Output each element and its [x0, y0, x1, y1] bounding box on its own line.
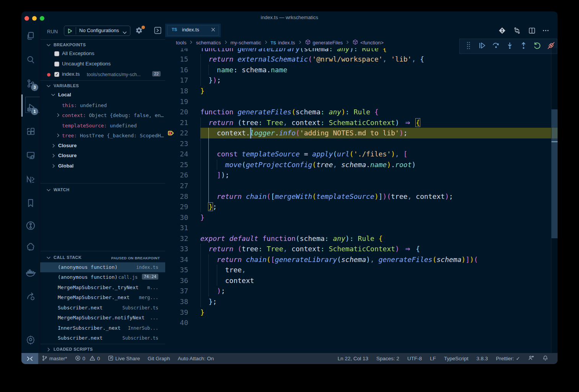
line-number[interactable]: 32 — [165, 233, 188, 244]
activity-bar-item-run-and-debug[interactable]: 1 — [21, 98, 40, 117]
code-line-38[interactable]: }; — [200, 296, 217, 307]
paused-breakpoint-gutter-icon[interactable] — [168, 130, 174, 138]
variables-scope-row[interactable]: Closure — [40, 151, 165, 161]
more-actions-icon[interactable] — [542, 27, 550, 36]
activity-bar-item-bookmarks[interactable] — [21, 194, 40, 212]
compare-changes-icon[interactable] — [513, 27, 521, 36]
code-line-25[interactable]: move(getProjectConfig(tree, schema.name)… — [200, 159, 416, 170]
code-line-30[interactable]: } — [200, 212, 205, 223]
activity-bar-item-todo-tree[interactable] — [21, 238, 40, 256]
breakpoints-section-header[interactable]: BREAKPOINTS — [40, 41, 165, 49]
code-line-32[interactable]: export default function(schema: any): Ru… — [200, 233, 383, 244]
activity-bar-item-nx-console[interactable] — [21, 170, 40, 189]
line-number[interactable]: 25 — [165, 159, 188, 170]
status-notifications[interactable] — [542, 355, 548, 362]
call-stack-frame[interactable]: (anonymous function)index.ts — [40, 262, 165, 273]
status-prettier[interactable]: Prettier:✓ — [496, 356, 520, 361]
status-branch[interactable]: master* — [42, 355, 67, 362]
code-line-28[interactable]: return chain([mergeWith(templateSource)]… — [200, 191, 453, 202]
variables-section-header[interactable]: VARIABLES — [40, 82, 165, 90]
code-line-18[interactable]: } — [200, 86, 205, 96]
line-number[interactable]: 19 — [165, 96, 188, 107]
line-number[interactable]: 37 — [165, 286, 188, 296]
line-number[interactable]: 20 — [165, 107, 188, 117]
activity-bar-item-source-control[interactable]: 3 — [21, 74, 40, 93]
activity-bar-item-gitlens[interactable] — [21, 216, 40, 235]
variables-scope-row[interactable]: Local — [40, 90, 165, 101]
variable-row[interactable]: templateSource: undefined — [40, 121, 165, 131]
code-line-36[interactable]: context — [200, 275, 254, 286]
breadcrumb-item-myschematic[interactable]: my-schematic — [231, 40, 261, 46]
code-line-24[interactable]: const templateSource = apply(url('./file… — [200, 149, 408, 159]
code-line-22[interactable]: context.logger.info('adding NOTES.md to … — [200, 128, 408, 138]
launch-configuration-dropdown[interactable]: No Configurations — [64, 26, 130, 36]
code-line-16[interactable]: name: schema.name — [200, 65, 288, 75]
open-debug-console-icon[interactable] — [154, 26, 162, 36]
code-line-20[interactable]: function generateFiles(schema: any): Rul… — [200, 107, 379, 117]
call-stack-frame[interactable]: (anonymous function)call.js74:24 — [40, 272, 165, 283]
code-editor[interactable]: 14function generateLibrary(schema: any):… — [165, 48, 558, 353]
call-stack-frame[interactable]: MergeMapSubscriber._tryNextm... — [40, 283, 165, 293]
line-number[interactable]: 14 — [165, 48, 188, 54]
split-editor-icon[interactable] — [528, 27, 536, 36]
breadcrumb-item-indexts[interactable]: TSindex.ts — [271, 40, 295, 46]
call-stack-frame[interactable]: MergeMapSubscriber._nextmerg... — [40, 293, 165, 303]
line-number[interactable]: 15 — [165, 54, 188, 65]
breadcrumb-item-function[interactable]: <function> — [352, 39, 384, 46]
status-feedback[interactable] — [528, 355, 534, 362]
status-encoding[interactable]: UTF-8 — [407, 356, 422, 361]
variable-row[interactable]: this: undefined — [40, 101, 165, 111]
activity-bar-item-live-share[interactable] — [21, 287, 40, 306]
activity-bar-item-remote-explorer[interactable] — [21, 146, 40, 164]
loaded-scripts-section-header[interactable]: LOADED SCRIPTS — [40, 345, 165, 354]
call-stack-frame[interactable]: InnerSubscriber._nextInnerSub... — [40, 323, 165, 333]
activity-bar-item-explorer[interactable] — [21, 27, 40, 45]
status-live-share[interactable]: Live Share — [108, 355, 140, 362]
breakpoint-row[interactable]: index.tstools/schematics/my-sch...22 — [40, 70, 165, 80]
code-line-33[interactable]: return (tree: Tree, context: SchematicCo… — [200, 244, 420, 254]
breadcrumb-item-generatefiles[interactable]: generateFiles — [305, 39, 343, 46]
line-number[interactable]: 31 — [165, 223, 188, 233]
status-git-graph[interactable]: Git Graph — [148, 356, 170, 361]
line-number[interactable]: 16 — [165, 65, 188, 75]
activity-bar-item-extensions[interactable] — [21, 122, 40, 141]
code-line-29[interactable]: }; — [200, 202, 217, 212]
variables-scope-row[interactable]: Global — [40, 161, 165, 172]
call-stack-frame[interactable]: Subscriber.nextSubscriber.ts — [40, 303, 165, 313]
breakpoint-row[interactable]: Uncaught Exceptions — [40, 59, 165, 70]
line-number[interactable]: 30 — [165, 212, 188, 223]
code-line-17[interactable]: }); — [200, 75, 221, 86]
call-stack-frame[interactable]: Subscriber.nextSubscriber.ts — [40, 333, 165, 343]
line-number[interactable]: 28 — [165, 191, 188, 202]
editor-scrollbar[interactable] — [551, 48, 558, 353]
call-stack-section-header[interactable]: CALL STACKPAUSED ON BREAKPOINT — [40, 254, 165, 262]
line-number[interactable]: 17 — [165, 75, 188, 86]
status-auto-attach[interactable]: Auto Attach: On — [178, 356, 214, 361]
variables-scope-row[interactable]: Closure — [40, 141, 165, 151]
remote-indicator[interactable] — [21, 353, 38, 364]
code-line-15[interactable]: return externalSchematic('@nrwl/workspac… — [200, 54, 424, 65]
breakpoint-row[interactable]: All Exceptions — [40, 49, 165, 59]
variable-row[interactable]: context: Object {debug: false, en… — [40, 111, 165, 121]
status-indentation[interactable]: Spaces: 2 — [376, 356, 399, 361]
code-line-35[interactable]: tree, — [200, 265, 246, 275]
status-problems[interactable]: 00 — [75, 355, 100, 362]
breakpoint-checkbox[interactable] — [54, 62, 59, 67]
breakpoint-checkbox[interactable] — [54, 51, 59, 56]
code-line-39[interactable]: } — [200, 307, 205, 318]
code-line-26[interactable]: ]); — [200, 170, 229, 181]
activity-bar-item-settings[interactable] — [21, 330, 40, 349]
status-cursor-position[interactable]: Ln 22, Col 13 — [338, 356, 368, 361]
gitlens-diamond-icon[interactable] — [498, 27, 506, 36]
activity-bar-item-docker[interactable] — [21, 264, 40, 282]
call-stack-frame[interactable]: MergeMapSubscriber.notifyNext... — [40, 313, 165, 323]
line-number[interactable]: 29 — [165, 202, 188, 212]
code-line-14[interactable]: function generateLibrary(schema: any): R… — [200, 48, 387, 54]
line-number[interactable]: 23 — [165, 138, 188, 149]
line-number[interactable]: 21 — [165, 117, 188, 128]
variable-row[interactable]: tree: HostTree {_backend: ScopedH… — [40, 131, 165, 141]
activity-bar-item-search[interactable] — [21, 50, 40, 69]
status-ts-version[interactable]: 3.8.3 — [477, 356, 488, 361]
code-line-21[interactable]: return (tree: Tree, context: SchematicCo… — [200, 117, 420, 128]
breadcrumb-item-tools[interactable]: tools — [176, 40, 186, 46]
